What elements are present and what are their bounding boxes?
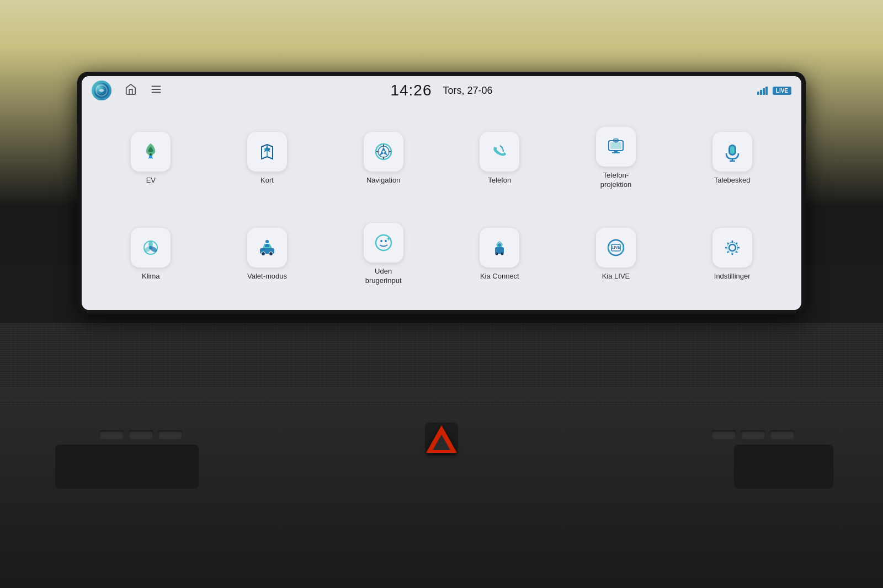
app-telefonprojektion[interactable]: Telefon- projektion xyxy=(558,110,674,206)
svg-rect-23 xyxy=(610,142,621,149)
vent-right xyxy=(711,430,795,439)
svg-rect-29 xyxy=(730,146,735,154)
status-bar: 14:26 Tors, 27-06 LIVE xyxy=(82,76,801,105)
climate-icon xyxy=(139,236,162,259)
ev-icon-bg xyxy=(131,132,171,172)
svg-point-36 xyxy=(149,246,152,249)
uden-input-icon-bg xyxy=(364,223,403,263)
apps-grid: EV Kort xyxy=(82,105,801,310)
vent-left xyxy=(99,430,183,439)
svg-rect-8 xyxy=(765,87,768,95)
infotainment-screen: 14:26 Tors, 27-06 LIVE xyxy=(82,76,801,310)
hazard-button[interactable] xyxy=(425,423,458,456)
kia-connect-icon-bg xyxy=(480,228,519,268)
no-input-icon xyxy=(372,231,395,254)
dash-strip xyxy=(0,388,883,400)
phone-projection-icon xyxy=(604,135,627,158)
svg-point-51 xyxy=(729,244,736,251)
svg-point-40 xyxy=(265,240,269,243)
menu-icon[interactable] xyxy=(150,83,162,98)
svg-point-21 xyxy=(382,151,385,153)
app-talebesked[interactable]: Talebesked xyxy=(674,110,790,206)
telefonprojektion-icon-bg xyxy=(596,127,636,167)
screen-bezel: 14:26 Tors, 27-06 LIVE xyxy=(77,72,806,314)
kort-icon-bg xyxy=(247,132,287,172)
kia-logo xyxy=(92,81,111,100)
map-icon xyxy=(256,140,279,163)
telefon-icon-bg xyxy=(480,132,519,172)
app-kort[interactable]: Kort xyxy=(209,110,326,206)
svg-rect-7 xyxy=(763,88,765,95)
app-kia-live[interactable]: LIVE Kia LIVE xyxy=(558,206,674,302)
signal-icon xyxy=(757,86,769,95)
status-right: LIVE xyxy=(558,86,791,95)
kia-live-icon: LIVE xyxy=(604,236,627,259)
kia-live-label: Kia LIVE xyxy=(602,272,630,281)
svg-point-45 xyxy=(496,252,498,255)
klima-label: Klima xyxy=(142,272,160,281)
kia-connect-label: Kia Connect xyxy=(480,272,519,281)
kia-connect-icon xyxy=(488,236,511,259)
controls-right xyxy=(734,445,833,489)
controls-left xyxy=(55,445,199,489)
navigation-label: Navigation xyxy=(366,176,400,185)
app-kia-connect[interactable]: Kia Connect xyxy=(442,206,558,302)
klima-icon-bg xyxy=(131,228,171,268)
app-ev[interactable]: EV xyxy=(93,110,209,206)
app-telefon[interactable]: Telefon xyxy=(442,110,558,206)
indstillinger-label: Indstillinger xyxy=(714,272,751,281)
svg-point-38 xyxy=(261,252,265,255)
app-klima[interactable]: Klima xyxy=(93,206,209,302)
time-display: 14:26 xyxy=(390,82,432,99)
uden-brugerinput-label: Uden brugerinput xyxy=(365,267,402,286)
svg-point-46 xyxy=(501,252,504,255)
telefon-label: Telefon xyxy=(488,176,511,185)
app-valet[interactable]: Valet-modus xyxy=(209,206,326,302)
valet-icon-bg xyxy=(247,228,287,268)
svg-point-39 xyxy=(269,252,273,255)
talebesked-icon-bg xyxy=(712,132,752,172)
svg-point-43 xyxy=(385,240,387,242)
app-navigation[interactable]: Navigation xyxy=(325,110,442,206)
home-icon[interactable] xyxy=(125,83,137,98)
status-center: 14:26 Tors, 27-06 xyxy=(325,82,558,99)
svg-point-9 xyxy=(150,153,152,156)
valet-label: Valet-modus xyxy=(247,272,287,281)
svg-point-47 xyxy=(498,244,501,247)
svg-rect-5 xyxy=(757,92,759,95)
app-uden-brugerinput[interactable]: Uden brugerinput xyxy=(325,206,442,302)
date-display: Tors, 27-06 xyxy=(443,85,493,97)
kort-label: Kort xyxy=(260,176,274,185)
navigation-icon-bg xyxy=(364,132,403,172)
navigation-icon xyxy=(372,140,395,163)
ev-icon xyxy=(139,140,162,163)
phone-icon xyxy=(488,140,511,163)
live-badge: LIVE xyxy=(773,87,791,95)
voice-icon xyxy=(721,140,744,163)
talebesked-label: Talebesked xyxy=(714,176,751,185)
indstillinger-icon-bg xyxy=(712,228,752,268)
svg-point-42 xyxy=(380,240,382,242)
kia-live-icon-bg: LIVE xyxy=(596,228,636,268)
ev-label: EV xyxy=(146,176,156,185)
app-indstillinger[interactable]: Indstillinger xyxy=(674,206,790,302)
svg-text:LIVE: LIVE xyxy=(611,245,620,249)
settings-icon xyxy=(721,236,744,259)
status-left xyxy=(92,81,325,100)
svg-point-41 xyxy=(376,235,391,250)
telefonprojektion-label: Telefon- projektion xyxy=(600,171,631,190)
svg-rect-6 xyxy=(760,90,762,95)
valet-icon xyxy=(256,236,279,259)
